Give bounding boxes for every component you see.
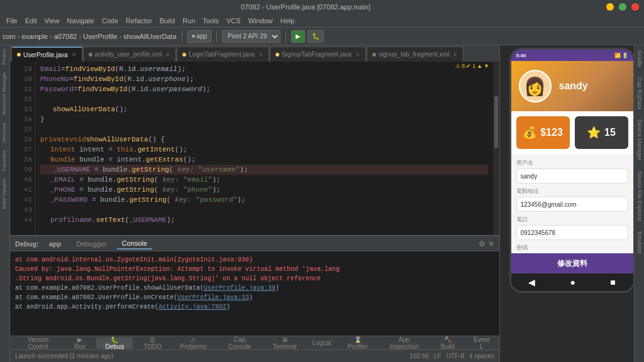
event-log-tab[interactable]: Event L bbox=[467, 337, 497, 349]
breadcrumb: com › example › a07082 › UserProfile › s… bbox=[3, 33, 177, 40]
close-tab-icon[interactable]: ✕ bbox=[258, 52, 264, 58]
tab-signup-xml[interactable]: signup_tab_fragment.xml ✕ bbox=[367, 47, 464, 62]
code-content[interactable]: Email = findViewById(R.id.useremail); Ph… bbox=[35, 62, 493, 235]
settings-button[interactable]: ⚙ bbox=[479, 239, 486, 248]
menu-build[interactable]: Build bbox=[156, 16, 179, 26]
home-button[interactable]: ● bbox=[570, 277, 575, 287]
app-config-button[interactable]: ▾ app bbox=[187, 30, 211, 43]
line-numbers: 29 30 31 32 33 34 35 36 37 38 39 40 41 4… bbox=[10, 62, 35, 235]
menu-view[interactable]: View bbox=[41, 16, 64, 26]
breadcrumb-example[interactable]: example bbox=[21, 33, 48, 40]
close-tab-icon[interactable]: ✕ bbox=[453, 52, 458, 58]
breadcrumb-module[interactable]: a07082 bbox=[54, 33, 77, 40]
encoding[interactable]: UTF-8 bbox=[447, 353, 464, 359]
menu-code[interactable]: Code bbox=[98, 16, 122, 26]
back-button[interactable]: ◀ bbox=[528, 277, 535, 287]
console-line-1: at com.android.internal.os.ZygoteInit.ma… bbox=[15, 255, 494, 265]
breadcrumb-com[interactable]: com bbox=[3, 33, 16, 40]
emulator-tab[interactable]: Emulator bbox=[635, 226, 644, 259]
device-selector[interactable]: Pixel 2 API 29 bbox=[222, 30, 280, 43]
recents-button[interactable]: ■ bbox=[610, 277, 615, 287]
todo-tab[interactable]: ☰ TODO bbox=[135, 337, 169, 349]
phone-input[interactable]: 0912345678 bbox=[516, 225, 628, 240]
version-control-tab[interactable]: Version Control bbox=[13, 337, 64, 349]
menu-bar: File Edit View Navigate Code Refactor Bu… bbox=[0, 14, 644, 28]
menu-file[interactable]: File bbox=[3, 16, 21, 26]
console-line-3: .String android.os.Bundle.getString(java… bbox=[15, 274, 494, 283]
device-file-tab[interactable]: Device File Explorer bbox=[635, 166, 644, 227]
code-line-30: PhoneNo = findViewById(R.id.userphone); bbox=[40, 74, 488, 84]
tab-userprofile-java[interactable]: UserProfile.java ✕ bbox=[11, 47, 82, 62]
left-tab-favorites[interactable]: Favorites bbox=[0, 146, 9, 175]
code-line-35 bbox=[40, 124, 488, 134]
stack-link-1[interactable]: UserProfile.java:39 bbox=[204, 285, 275, 292]
tab-loginFragment[interactable]: LoginTabFragment.java ✕ bbox=[177, 47, 269, 62]
menu-navigate[interactable]: Navigate bbox=[63, 16, 97, 26]
close-panel-button[interactable]: ✕ bbox=[488, 239, 494, 248]
menu-window[interactable]: Window bbox=[245, 16, 277, 26]
bottom-toolbar: Version Control ▶ Run 🐛 Debug ☰ TODO ⚠ P… bbox=[10, 336, 499, 349]
maximize-button[interactable] bbox=[619, 3, 626, 11]
edit-label: 修改資料 bbox=[557, 258, 587, 269]
left-tab-structure[interactable]: Structure bbox=[0, 119, 9, 146]
code-line-42: _PASSWORD = bundle.getString( key: "pass… bbox=[40, 195, 488, 205]
app-header: 👩 sandy bbox=[511, 61, 633, 111]
indent[interactable]: 4 spaces bbox=[469, 353, 494, 359]
logcat-tab[interactable]: Logcat bbox=[308, 337, 336, 349]
profiler-tab[interactable]: ⌛ Profiler bbox=[339, 337, 377, 349]
debug-button[interactable]: 🐛 bbox=[308, 30, 324, 43]
username-input[interactable]: sandy bbox=[516, 168, 628, 184]
breadcrumb-method[interactable]: showAllUserData bbox=[123, 33, 176, 40]
run-button[interactable]: ▶ bbox=[291, 30, 305, 43]
run-tab[interactable]: ▶ Run bbox=[66, 337, 94, 349]
form-group-email: 電郵地址 123456@gmail.com bbox=[516, 187, 628, 212]
capbigdata-tab[interactable]: Cap BigData bbox=[635, 72, 644, 114]
menu-refactor[interactable]: Refactor bbox=[122, 16, 156, 26]
console-tab[interactable]: Console bbox=[117, 238, 152, 250]
debug-panel: Debug: app Debugger Console ⚙ ✕ at com.a… bbox=[10, 235, 499, 336]
phone-nav-bar: ◀ ● ■ bbox=[511, 273, 633, 291]
vertical-scrollbar[interactable] bbox=[493, 62, 499, 235]
email-input[interactable]: 123456@gmail.com bbox=[516, 197, 628, 212]
build-tab[interactable]: 🔨 Build bbox=[431, 337, 464, 349]
menu-edit[interactable]: Edit bbox=[21, 16, 41, 26]
xml-icon bbox=[89, 53, 92, 57]
toolbar-separator-3 bbox=[286, 31, 286, 42]
close-tab-icon[interactable]: ✕ bbox=[355, 52, 360, 58]
problems-tab[interactable]: ⚠ Problems bbox=[172, 337, 215, 349]
debug-title: Debug: bbox=[15, 240, 39, 248]
gradle-tab[interactable]: Gradle bbox=[635, 45, 644, 72]
close-tab-icon[interactable]: ✕ bbox=[72, 52, 77, 58]
terminal-tab[interactable]: 🖥 Terminal bbox=[265, 337, 305, 349]
menu-tools[interactable]: Tools bbox=[199, 16, 223, 26]
tab-activity-xml[interactable]: activity_user_profile.xml ✕ bbox=[83, 47, 177, 62]
line-endings[interactable]: LF bbox=[434, 353, 441, 359]
debugger-tab[interactable]: Debugger bbox=[71, 239, 111, 249]
device-manager-tab[interactable]: Device Manager bbox=[635, 114, 644, 166]
breadcrumb-class[interactable]: UserProfile bbox=[83, 33, 117, 40]
status-bar: Launch succeeded (2 minutes ago) 102:66 … bbox=[10, 349, 499, 362]
tab-label: activity_user_profile.xml bbox=[95, 51, 162, 58]
tab-signupFragment[interactable]: SignupTabFragment.java ✕ bbox=[270, 47, 366, 62]
app-inspection-tab[interactable]: App Inspection bbox=[379, 337, 429, 349]
left-tab-resource[interactable]: Resource Manager bbox=[0, 69, 9, 119]
scroll-thumb[interactable] bbox=[494, 96, 498, 148]
tab-label: LoginTabFragment.java bbox=[189, 51, 255, 58]
cap-console-tab[interactable]: Cap Console bbox=[217, 337, 262, 349]
title-bar: 07082 - UserProfile.java [07082.app.main… bbox=[0, 0, 644, 14]
menu-help[interactable]: Help bbox=[277, 16, 299, 26]
debug-tab[interactable]: 🐛 Debug bbox=[96, 337, 133, 349]
left-tab-build[interactable]: Build Variants bbox=[0, 175, 9, 213]
close-button[interactable] bbox=[631, 3, 639, 11]
left-tab-project[interactable]: Project bbox=[0, 45, 9, 69]
avatar: 👩 bbox=[519, 70, 552, 102]
menu-run[interactable]: Run bbox=[179, 16, 199, 26]
stack-link-2[interactable]: UserProfile.java:33 bbox=[177, 294, 249, 301]
code-line-33: ● showAllUserData(); bbox=[40, 104, 488, 114]
close-tab-icon[interactable]: ✕ bbox=[165, 52, 170, 58]
edit-button[interactable]: 修改資料 bbox=[511, 253, 633, 273]
minimize-button[interactable] bbox=[606, 3, 614, 11]
menu-vcs[interactable]: VCS bbox=[223, 16, 245, 26]
stack-link-3[interactable]: Activity.java:7802 bbox=[158, 304, 226, 310]
cursor-position[interactable]: 102:66 bbox=[409, 353, 429, 359]
